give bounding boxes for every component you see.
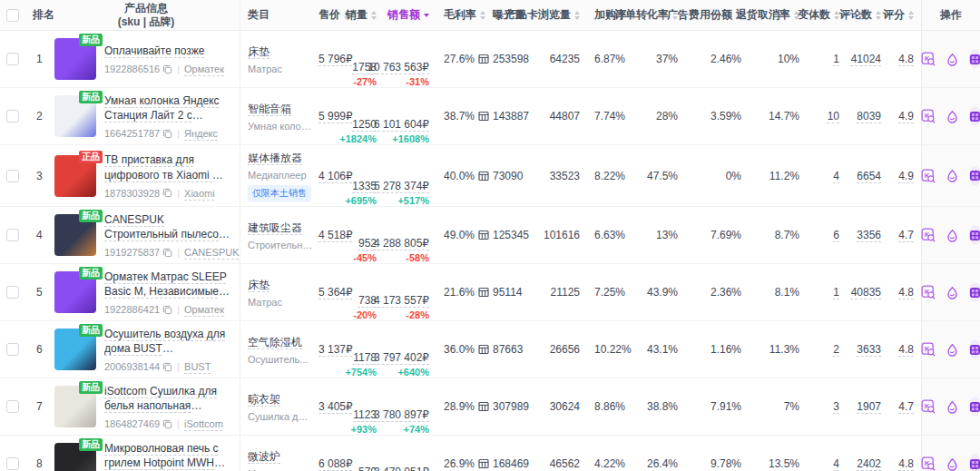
dashboard-button[interactable] <box>969 49 980 69</box>
rating-value: 4.8 <box>898 286 914 299</box>
copy-icon[interactable] <box>162 362 172 372</box>
return-cancel-rate-value: 8.1% <box>775 286 799 299</box>
product-thumbnail[interactable]: 新品 <box>54 329 96 370</box>
row-checkbox[interactable] <box>6 286 19 299</box>
keyword-analysis-button[interactable]: K <box>921 169 936 183</box>
sort-caret-desc-icon[interactable] <box>424 14 429 17</box>
monitor-button[interactable] <box>946 169 959 182</box>
product-badge: 新品 <box>79 267 103 280</box>
product-thumbnail[interactable]: 新品 <box>54 38 96 80</box>
monitor-button[interactable] <box>946 229 959 242</box>
product-brand[interactable]: Яндекс <box>184 128 218 139</box>
revenue-change: +640% <box>397 367 429 378</box>
sort-carets-icon[interactable] <box>876 11 881 20</box>
keyword-analysis-button[interactable]: K <box>921 285 936 299</box>
rank-number: 7 <box>36 400 43 413</box>
column-label: 广告费用份额 <box>667 7 732 23</box>
dashboard-button[interactable] <box>969 106 980 126</box>
product-brand[interactable]: Xiaomi <box>184 188 215 199</box>
keyword-analysis-button[interactable]: K <box>921 399 936 414</box>
column-label: 评论数 <box>839 7 872 23</box>
product-badge: 正品 <box>79 151 103 163</box>
monitor-button[interactable] <box>946 110 959 123</box>
exposure-value: 307989 <box>493 400 529 413</box>
product-title[interactable]: Оплачивайте позже <box>104 44 224 58</box>
table-row: 2 新品 Умная колонка Яндекс Станция Лайт 2… <box>0 88 980 145</box>
sort-carets-icon[interactable] <box>908 11 914 20</box>
product-title[interactable]: Микроволновая печь с грилем Hotpoint MWH… <box>104 441 232 470</box>
row-checkbox[interactable] <box>6 457 19 470</box>
meta-separator: | <box>177 361 180 372</box>
keyword-analysis-button[interactable]: K <box>921 109 936 123</box>
monitor-button[interactable] <box>946 400 959 414</box>
column-header-revenue[interactable]: 销售额 <box>384 0 436 30</box>
product-title[interactable]: Орматек Матрас SLEEP Basic M, Независимы… <box>104 270 232 299</box>
variants-count-value: 3 <box>833 400 839 413</box>
product-brand[interactable]: CANESPUK <box>184 247 240 258</box>
monitor-button[interactable] <box>946 343 959 357</box>
monitor-button[interactable] <box>946 286 959 299</box>
row-checkbox[interactable] <box>6 170 19 182</box>
product-thumbnail[interactable]: 新品 <box>54 95 96 137</box>
row-checkbox[interactable] <box>6 53 19 65</box>
product-thumbnail[interactable]: 新品 <box>54 386 96 427</box>
column-header-views[interactable]: 产品卡浏览量 <box>527 0 587 30</box>
exposure-value: 125345 <box>493 229 529 241</box>
copy-icon[interactable] <box>162 64 172 74</box>
add-to-cart-rate-value: 10.22% <box>594 343 632 356</box>
keyword-analysis-button[interactable]: K <box>921 228 936 242</box>
row-checkbox[interactable] <box>6 229 19 241</box>
dashboard-button[interactable] <box>969 339 980 359</box>
monitor-button[interactable] <box>946 457 959 471</box>
select-all-checkbox[interactable] <box>6 9 19 22</box>
meta-separator: | <box>177 128 180 139</box>
rating-value: 4.8 <box>898 53 914 65</box>
copy-icon[interactable] <box>162 248 172 258</box>
dashboard-button[interactable] <box>969 454 980 471</box>
category-name-cn: 晾衣架 <box>248 392 280 407</box>
product-thumbnail[interactable]: 新品 <box>54 214 96 256</box>
dashboard-button[interactable] <box>969 397 980 417</box>
row-checkbox[interactable] <box>6 110 19 123</box>
row-checkbox[interactable] <box>6 400 19 413</box>
copy-icon[interactable] <box>162 129 172 139</box>
monitor-button[interactable] <box>946 53 959 66</box>
add-to-cart-rate-value: 4.22% <box>594 457 625 470</box>
column-label: 操作 <box>940 7 962 23</box>
product-thumbnail[interactable]: 正品 <box>54 155 96 197</box>
product-badge: 新品 <box>79 438 103 451</box>
product-brand[interactable]: Орматек <box>184 64 224 74</box>
sort-carets-icon[interactable] <box>371 11 377 20</box>
product-thumbnail[interactable]: 新品 <box>54 271 96 313</box>
product-title[interactable]: CANESPUK Строительный пылесос 30 л, 3001… <box>104 212 232 241</box>
table-row: 3 正品 ТВ приставка для цифрового тв Xiaom… <box>0 145 980 207</box>
copy-icon[interactable] <box>162 188 172 198</box>
copy-icon[interactable] <box>162 305 172 315</box>
column-header-margin[interactable]: 毛利率 <box>436 0 485 30</box>
keyword-analysis-button[interactable]: K <box>921 52 936 66</box>
product-title[interactable]: Осушитель воздуха для дома BUST DEHUMIDI… <box>104 327 232 356</box>
product-badge: 新品 <box>79 210 103 222</box>
copy-icon[interactable] <box>162 419 172 429</box>
product-thumbnail[interactable]: 新品 <box>54 443 96 471</box>
dashboard-button[interactable] <box>969 166 980 186</box>
revenue-value: 4 173 557₽ <box>374 294 429 307</box>
product-title[interactable]: iSottcom Сушилка для белья напольная скл… <box>104 384 232 413</box>
column-header-price[interactable]: 售价 <box>311 0 349 30</box>
product-brand[interactable]: iSottcom <box>184 418 223 429</box>
category-name-ru: Осушитель... <box>248 354 309 365</box>
exposure-value: 168469 <box>493 457 529 470</box>
reviews-count-value: 3356 <box>857 229 881 241</box>
keyword-analysis-button[interactable]: K <box>921 342 936 357</box>
column-header-sales[interactable]: 销量 <box>349 0 384 30</box>
keyword-analysis-button[interactable]: K <box>921 456 936 471</box>
column-header-rating[interactable]: 评分 <box>888 0 921 30</box>
product-brand[interactable]: BUST <box>184 361 211 372</box>
product-brand[interactable]: Орматек <box>184 304 224 315</box>
dashboard-button[interactable] <box>969 225 980 245</box>
row-checkbox[interactable] <box>6 343 19 356</box>
product-title[interactable]: Умная колонка Яндекс Станция Лайт 2 с Ал… <box>104 93 232 123</box>
sort-carets-icon[interactable] <box>574 11 580 20</box>
product-title[interactable]: ТВ приставка для цифрового тв Xiaomi Mi … <box>104 152 232 182</box>
dashboard-button[interactable] <box>969 282 980 302</box>
